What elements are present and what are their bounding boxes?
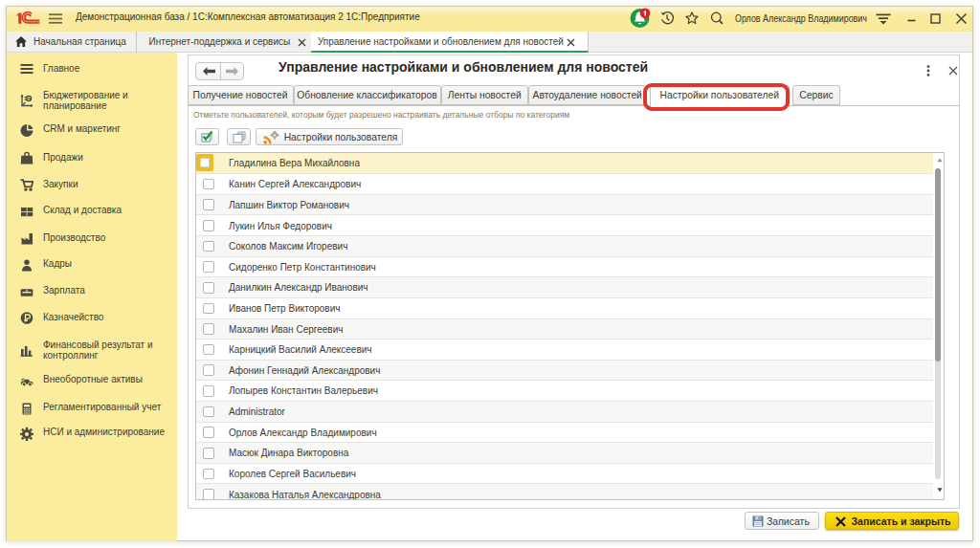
- svg-text:e: e: [27, 95, 31, 101]
